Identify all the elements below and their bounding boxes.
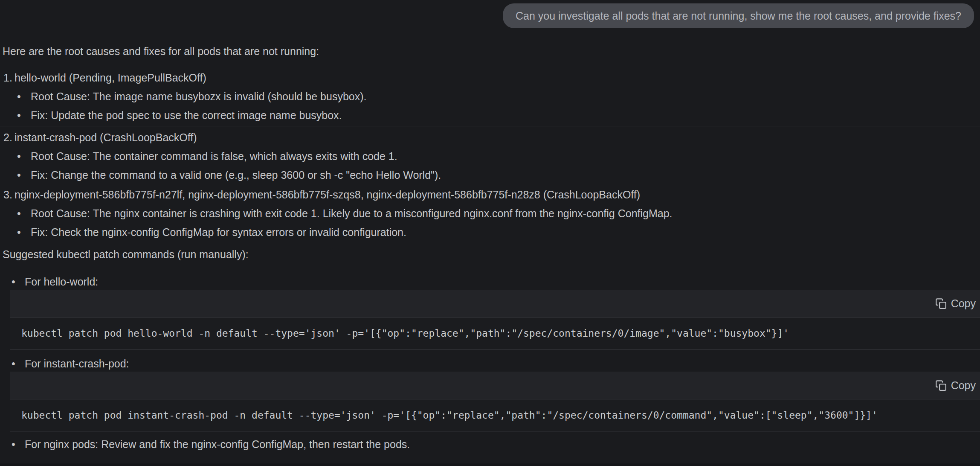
pod-title: 3. nginx-deployment-586bfb775f-n27lf, ng…	[3, 188, 977, 201]
fix-bullet: Fix: Check the nginx-config ConfigMap fo…	[3, 225, 977, 239]
pod-title: 2. instant-crash-pod (CrashLoopBackOff)	[3, 131, 977, 144]
pod-number: 1.	[3, 71, 14, 84]
fix-text: Fix: Change the command to a valid one (…	[31, 168, 441, 182]
user-message-bubble: Can you investigate all pods that are no…	[503, 3, 974, 28]
pod-item-1: 1. hello-world (Pending, ImagePullBackOf…	[3, 71, 977, 122]
fix-bullet: Fix: Update the pod spec to use the corr…	[3, 108, 977, 122]
bullet-icon	[17, 108, 31, 122]
response-intro: Here are the root causes and fixes for a…	[3, 44, 977, 58]
patch-label-text: For instant-crash-pod:	[25, 357, 129, 370]
chat-panel: Can you investigate all pods that are no…	[0, 0, 980, 466]
copy-button-label: Copy	[951, 297, 976, 310]
user-message-row: Can you investigate all pods that are no…	[3, 0, 977, 28]
code-block-header: Copy	[10, 372, 980, 399]
code-block-instant-crash-pod: Copy kubectl patch pod instant-crash-pod…	[10, 372, 980, 431]
patch-label-instant-crash-pod: For instant-crash-pod:	[3, 357, 977, 370]
pod-item-2: 2. instant-crash-pod (CrashLoopBackOff) …	[3, 131, 977, 182]
pod-item-3: 3. nginx-deployment-586bfb775f-n27lf, ng…	[3, 188, 977, 239]
bullet-icon	[17, 149, 31, 163]
copy-button[interactable]: Copy	[935, 297, 976, 310]
pod-number: 2.	[3, 131, 14, 144]
root-cause-bullet: Root Cause: The nginx container is crash…	[3, 207, 977, 220]
pod-title-text: hello-world (Pending, ImagePullBackOff)	[14, 71, 206, 84]
copy-icon	[935, 298, 947, 309]
pod-title: 1. hello-world (Pending, ImagePullBackOf…	[3, 71, 977, 84]
bullet-icon	[17, 168, 31, 182]
bullet-icon	[17, 225, 31, 239]
code-command: kubectl patch pod instant-crash-pod -n d…	[10, 399, 980, 431]
section-divider	[0, 126, 980, 126]
bullet-icon	[17, 90, 31, 103]
fix-text: Fix: Update the pod spec to use the corr…	[31, 108, 342, 122]
bullet-icon	[17, 207, 31, 220]
root-cause-text: Root Cause: The container command is fal…	[31, 149, 397, 163]
code-command: kubectl patch pod hello-world -n default…	[10, 317, 980, 349]
root-cause-bullet: Root Cause: The image name busybozx is i…	[3, 90, 977, 103]
fix-text: Fix: Check the nginx-config ConfigMap fo…	[31, 225, 406, 239]
root-cause-text: Root Cause: The nginx container is crash…	[31, 207, 673, 220]
patch-commands-heading: Suggested kubectl patch commands (run ma…	[3, 248, 977, 261]
code-block-header: Copy	[10, 290, 980, 317]
root-cause-text: Root Cause: The image name busybozx is i…	[31, 90, 366, 103]
fix-bullet: Fix: Change the command to a valid one (…	[3, 168, 977, 182]
bullet-icon	[12, 357, 25, 370]
pod-number: 3.	[3, 188, 14, 201]
assistant-response: Here are the root causes and fixes for a…	[3, 44, 977, 466]
patch-label-nginx-pods: For nginx pods: Review and fix the nginx…	[3, 437, 977, 451]
bullet-icon	[12, 275, 25, 288]
copy-button[interactable]: Copy	[935, 379, 976, 392]
pod-title-text: instant-crash-pod (CrashLoopBackOff)	[14, 131, 197, 144]
pod-title-text: nginx-deployment-586bfb775f-n27lf, nginx…	[14, 188, 640, 201]
patch-label-text: For nginx pods: Review and fix the nginx…	[25, 437, 410, 451]
bottom-edge	[0, 463, 980, 466]
bullet-icon	[12, 437, 25, 451]
copy-icon	[935, 380, 947, 391]
copy-button-label: Copy	[951, 379, 976, 392]
patch-label-hello-world: For hello-world:	[3, 275, 977, 288]
root-cause-bullet: Root Cause: The container command is fal…	[3, 149, 977, 163]
patch-label-text: For hello-world:	[25, 275, 98, 288]
code-block-hello-world: Copy kubectl patch pod hello-world -n de…	[10, 290, 980, 350]
